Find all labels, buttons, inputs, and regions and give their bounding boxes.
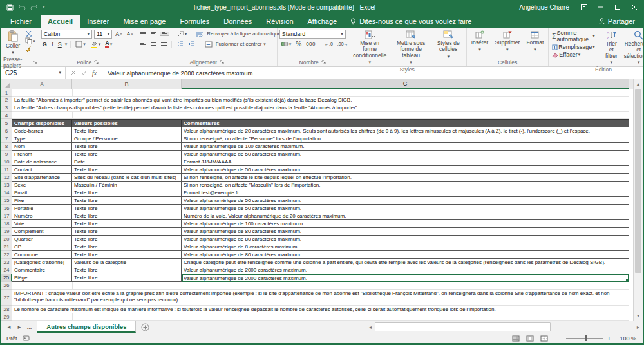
column-header-A[interactable]: A bbox=[12, 79, 72, 89]
tab-formules[interactable]: Formules bbox=[173, 15, 216, 28]
find-select-button[interactable]: Rechercher etsélectionner ▾ bbox=[621, 29, 644, 66]
zoom-slider[interactable] bbox=[566, 338, 603, 339]
fill-color-button[interactable]: ▾ bbox=[89, 41, 102, 48]
align-right-button[interactable] bbox=[160, 42, 168, 46]
dialog-launcher-icon[interactable] bbox=[321, 60, 326, 64]
tab-fichier[interactable]: Fichier bbox=[1, 15, 41, 28]
cell-C11[interactable]: Valeur alphanumérique de 50 caractères m… bbox=[182, 166, 629, 174]
cell-A20[interactable]: Quartier bbox=[12, 236, 72, 243]
cell-A14[interactable]: Email bbox=[12, 189, 72, 197]
percent-style-button[interactable]: % bbox=[294, 41, 303, 48]
row-header-29[interactable]: 29 bbox=[1, 313, 12, 321]
row-header-21[interactable]: 21 bbox=[1, 243, 12, 251]
cut-button[interactable] bbox=[24, 30, 37, 37]
cell-A10[interactable]: Date de naissance bbox=[12, 158, 72, 166]
tell-me-box[interactable]: Dites-nous ce que vous voulez faire bbox=[344, 15, 478, 28]
delete-cells-button[interactable]: Supprimer▾ bbox=[492, 29, 522, 53]
row-header-14[interactable]: 14 bbox=[1, 189, 12, 197]
merge-center-label[interactable]: Fusionner et centrer bbox=[216, 41, 262, 47]
row-header-27[interactable]: 27 bbox=[1, 290, 12, 306]
cell-A12[interactable]: Site d'appartenance bbox=[12, 174, 72, 182]
tab-affichage[interactable]: Affichage bbox=[301, 15, 345, 28]
row-header-24[interactable]: 24 bbox=[1, 266, 12, 274]
cell-C16[interactable]: Valeur alphanumérique de 50 caractères m… bbox=[182, 205, 629, 212]
cell-A13[interactable]: Sexe bbox=[12, 182, 72, 189]
cell-B21[interactable]: Texte libre bbox=[72, 243, 182, 251]
cell-B24[interactable]: Texte libre bbox=[72, 266, 182, 274]
row-header-17[interactable]: 17 bbox=[1, 212, 12, 220]
cell-B7[interactable]: Groupe / Personne bbox=[72, 135, 182, 143]
hscroll-thumb[interactable] bbox=[375, 322, 551, 331]
cell-A22[interactable]: Commune bbox=[12, 251, 72, 259]
enter-icon[interactable] bbox=[81, 70, 87, 75]
cell-C8[interactable]: Valeur alphanumérique de 100 caractères … bbox=[182, 143, 629, 151]
shrink-font-button[interactable]: A˅ bbox=[126, 31, 135, 37]
scroll-left-icon[interactable]: ◄ bbox=[366, 321, 375, 333]
zoom-level[interactable]: 100 % bbox=[617, 335, 636, 342]
row-header-25[interactable]: 25 bbox=[1, 274, 12, 282]
row-header-11[interactable]: 11 bbox=[1, 166, 12, 174]
borders-button[interactable]: ▾ bbox=[74, 41, 87, 48]
font-size-select[interactable]: 11▾ bbox=[94, 30, 112, 39]
cell-A17[interactable]: Numéro bbox=[12, 212, 72, 220]
cell-B15[interactable]: Texte libre bbox=[72, 197, 182, 205]
row-header-7[interactable]: 7 bbox=[1, 135, 12, 143]
copy-button[interactable]: ▾ bbox=[24, 37, 37, 44]
cell-A27[interactable]: IMPORTANT : chaque valeur doit être écri… bbox=[12, 290, 629, 306]
row-header-20[interactable]: 20 bbox=[1, 236, 12, 243]
cell-C9[interactable]: Valeur alphanumérique de 50 caractères m… bbox=[182, 151, 629, 158]
scroll-up-icon[interactable]: ▲ bbox=[634, 79, 643, 89]
row-header-15[interactable]: 15 bbox=[1, 197, 12, 205]
cell-C12[interactable]: Si non renseigné, on affecte le site dep… bbox=[182, 174, 629, 182]
align-bottom-button[interactable] bbox=[160, 32, 169, 36]
dialog-launcher-icon[interactable] bbox=[220, 60, 224, 64]
page-break-view-icon[interactable] bbox=[540, 335, 548, 342]
cell-A15[interactable]: Fixe bbox=[12, 197, 72, 205]
tab-insérer[interactable]: Insérer bbox=[80, 15, 116, 28]
underline-caret[interactable]: ▾ bbox=[65, 42, 68, 47]
cell-B20[interactable]: Texte libre bbox=[72, 236, 182, 243]
cell-C6[interactable]: Valeur alphanumérique de 20 caractères m… bbox=[182, 127, 629, 135]
cell-B9[interactable]: Texte libre bbox=[72, 151, 182, 158]
accounting-format-button[interactable]: ▾ bbox=[279, 41, 293, 48]
increase-indent-button[interactable] bbox=[187, 41, 196, 47]
tab-mise-en-page[interactable]: Mise en page bbox=[116, 15, 173, 28]
cell-A11[interactable]: Contact bbox=[12, 166, 72, 174]
zoom-out-button[interactable]: − bbox=[558, 335, 562, 342]
cell-C25[interactable]: Valeur alphanumérique de 2000 caractères… bbox=[182, 274, 629, 282]
cell-C15[interactable]: Valeur alphanumérique de 50 caractères m… bbox=[182, 197, 629, 205]
share-button[interactable]: Partager bbox=[591, 15, 643, 28]
decrease-indent-button[interactable] bbox=[175, 41, 185, 47]
row-header-5[interactable]: 5 bbox=[1, 119, 12, 127]
scroll-right-icon[interactable]: ► bbox=[634, 321, 643, 333]
cell-B11[interactable]: Texte libre bbox=[72, 166, 182, 174]
cell-A19[interactable]: Complément bbox=[12, 228, 72, 236]
row-header-10[interactable]: 10 bbox=[1, 158, 12, 166]
autosum-button[interactable]: ΣSomme automatique▾ bbox=[551, 30, 596, 42]
row-header-12[interactable]: 12 bbox=[1, 174, 12, 182]
increase-decimal-button[interactable]: ←.0 bbox=[323, 42, 334, 46]
cell-A28[interactable]: Le nombre de caractère maximum est indiq… bbox=[12, 306, 629, 313]
namebox-caret-icon[interactable]: ▾ bbox=[59, 70, 61, 75]
clear-button[interactable]: Effacer▾ bbox=[551, 51, 596, 58]
sheet-prev-icon[interactable]: ◄ bbox=[6, 324, 12, 330]
cell-A21[interactable]: CP bbox=[12, 243, 72, 251]
cell-A16[interactable]: Portable bbox=[12, 205, 72, 212]
number-format-select[interactable]: Standard▾ bbox=[279, 30, 346, 39]
zoom-slider-thumb[interactable] bbox=[585, 335, 587, 341]
row-header-9[interactable]: 9 bbox=[1, 151, 12, 158]
column-header-B[interactable]: B bbox=[72, 79, 182, 89]
cell-A25[interactable]: Piège bbox=[12, 274, 72, 282]
cell-B25[interactable]: Texte libre bbox=[72, 274, 182, 282]
vscroll-thumb[interactable] bbox=[635, 89, 641, 273]
bold-button[interactable]: G bbox=[41, 41, 48, 48]
cell-A26[interactable] bbox=[12, 282, 629, 290]
maximize-button[interactable] bbox=[609, 0, 626, 14]
cell-C24[interactable]: Valeur alphanumérique de 2000 caractères… bbox=[182, 266, 629, 274]
cell-A24[interactable]: Commentaire bbox=[12, 266, 72, 274]
paste-button[interactable]: Coller ▾ bbox=[3, 29, 23, 57]
cell-B19[interactable]: Texte libre bbox=[72, 228, 182, 236]
cell-A1[interactable] bbox=[12, 89, 629, 97]
row-header-16[interactable]: 16 bbox=[1, 205, 12, 212]
cell-A18[interactable]: Voie bbox=[12, 220, 72, 228]
